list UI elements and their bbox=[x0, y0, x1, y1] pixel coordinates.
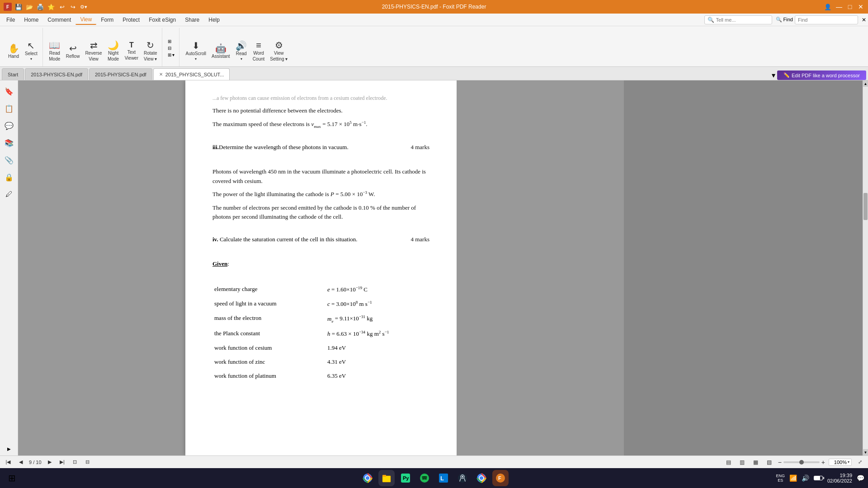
sidebar-sign[interactable]: 🖊 bbox=[2, 187, 16, 202]
night-mode-label2: Mode bbox=[108, 56, 119, 61]
start-menu-btn[interactable]: ⊞ bbox=[4, 470, 20, 486]
close-btn[interactable]: ✕ bbox=[857, 3, 864, 10]
tab-2015-solut[interactable]: ✕ 2015_PHYSICS_SOLUT... bbox=[153, 68, 230, 80]
read-btn[interactable]: 🔊 Read ▾ bbox=[233, 37, 250, 66]
assistant-btn[interactable]: 🤖 Assistant bbox=[209, 37, 232, 66]
zoom-minus[interactable]: − bbox=[778, 459, 782, 466]
task-spotify[interactable] bbox=[416, 470, 433, 486]
next-page-btn[interactable]: ▶ bbox=[45, 458, 54, 467]
menu-home[interactable]: Home bbox=[19, 15, 43, 24]
rotate-view-btn[interactable]: ↻ Rotate View ▾ bbox=[142, 37, 159, 66]
right-scrollbar[interactable]: ▲ ▼ bbox=[863, 80, 868, 455]
undo-btn[interactable]: ↩ bbox=[58, 3, 66, 11]
user-icon[interactable]: 👤 bbox=[824, 3, 832, 11]
task-pycharm[interactable]: Py bbox=[397, 470, 414, 486]
quick-access-1[interactable]: 💾 bbox=[14, 3, 23, 11]
sidebar-layers[interactable]: 📚 bbox=[2, 136, 16, 150]
task-foxit[interactable]: F bbox=[492, 470, 509, 486]
menu-comment[interactable]: Comment bbox=[43, 15, 75, 24]
reverse-view-label2: View bbox=[89, 56, 99, 61]
find-close[interactable]: ✕ bbox=[862, 17, 866, 23]
task-chrome2[interactable] bbox=[473, 470, 490, 486]
menu-file[interactable]: File bbox=[2, 15, 19, 24]
night-mode-btn[interactable]: 🌙 Night Mode bbox=[105, 37, 122, 66]
task-lynx[interactable]: L bbox=[435, 470, 452, 486]
quick-access-2[interactable]: 📂 bbox=[25, 3, 33, 11]
menu-protect[interactable]: Protect bbox=[118, 15, 144, 24]
hand-btn[interactable]: ✋ Hand bbox=[5, 37, 22, 66]
find-input[interactable] bbox=[798, 17, 852, 23]
minimize-btn[interactable]: — bbox=[835, 3, 843, 10]
task-chrome1[interactable] bbox=[359, 470, 376, 486]
zoom-slider[interactable] bbox=[783, 461, 820, 463]
read-icon: 🔊 bbox=[236, 41, 247, 50]
menu-share[interactable]: Share bbox=[180, 15, 204, 24]
tab-2013-physics[interactable]: 2013-PHYSICS-EN.pdf bbox=[25, 68, 88, 80]
fullscreen-btn[interactable]: ⤢ bbox=[855, 458, 864, 467]
reflow-label: Reflow bbox=[66, 54, 80, 59]
menu-form[interactable]: Form bbox=[96, 15, 118, 24]
last-page-btn[interactable]: ▶| bbox=[58, 458, 67, 467]
quick-access-3[interactable]: 🖨️ bbox=[36, 3, 44, 11]
sidebar-bookmark[interactable]: 🔖 bbox=[2, 84, 16, 99]
status-bar: |◀ ◀ 9 / 10 ▶ ▶| ⊡ ⊟ ▤ ▥ ▦ ▧ − + ▾ ⤢ bbox=[0, 455, 868, 468]
svg-point-13 bbox=[462, 476, 463, 478]
zoom-input-group[interactable]: ▾ bbox=[829, 459, 852, 466]
tab-scroll-right[interactable]: ▾ bbox=[772, 71, 775, 80]
task-explorer[interactable] bbox=[378, 470, 395, 486]
edit-pdf-btn[interactable]: ✏️ Edit PDF like a word processor bbox=[777, 70, 866, 80]
scroll-up[interactable]: ▲ bbox=[863, 80, 868, 87]
fit-width-btn[interactable]: ⊟ bbox=[83, 458, 92, 467]
find-bar[interactable] bbox=[795, 15, 858, 24]
sidebar-comment[interactable]: 💬 bbox=[2, 118, 16, 133]
tell-me-bar[interactable]: 🔍 bbox=[704, 15, 772, 24]
zoom-thumb[interactable] bbox=[799, 460, 804, 465]
read-mode-btn[interactable]: 📖 Read Mode bbox=[47, 37, 63, 66]
task-steam[interactable] bbox=[454, 470, 471, 486]
sidebar-pages[interactable]: 📋 bbox=[2, 101, 16, 116]
settings-icon[interactable]: ⚙▾ bbox=[80, 3, 88, 11]
menu-help[interactable]: Help bbox=[204, 15, 224, 24]
prev-page-btn[interactable]: ◀ bbox=[16, 458, 25, 467]
maximize-btn[interactable]: □ bbox=[846, 3, 854, 10]
tab-close-icon[interactable]: ✕ bbox=[159, 72, 163, 77]
redo-btn[interactable]: ↪ bbox=[69, 3, 77, 11]
quick-access-4[interactable]: ⭐ bbox=[47, 3, 55, 11]
datetime[interactable]: 19:39 02/06/2022 bbox=[827, 473, 852, 483]
grid-btn-2[interactable]: ⊟ bbox=[166, 45, 176, 51]
continuous-view[interactable]: ▦ bbox=[751, 457, 761, 467]
grid-btn-3[interactable]: ⊞▾ bbox=[166, 52, 176, 58]
reverse-view-btn[interactable]: ⇄ Reverse View bbox=[83, 37, 104, 66]
scroll-thumb[interactable] bbox=[863, 193, 868, 220]
sidebar-expand[interactable]: ▶ bbox=[6, 446, 12, 452]
tell-me-input[interactable] bbox=[716, 17, 766, 23]
sidebar-attachments[interactable]: 📎 bbox=[2, 153, 16, 167]
tab-2015-physics[interactable]: 2015-PHYSICS-EN.pdf bbox=[89, 68, 152, 80]
volume-icon[interactable]: 🔊 bbox=[802, 474, 809, 482]
select-btn[interactable]: ↖ Select ▾ bbox=[23, 37, 40, 66]
wifi-icon[interactable]: 📶 bbox=[789, 474, 797, 482]
pdf-content[interactable]: ...a few photons can cause emission of e… bbox=[185, 80, 457, 455]
left-gray-area bbox=[18, 80, 185, 455]
first-page-btn[interactable]: |◀ bbox=[4, 458, 13, 467]
notification-btn[interactable]: 💬 bbox=[857, 474, 864, 482]
tab-start[interactable]: Start bbox=[2, 68, 24, 80]
facing-view[interactable]: ▧ bbox=[764, 457, 774, 467]
zoom-plus[interactable]: + bbox=[821, 459, 825, 466]
zoom-dropdown[interactable]: ▾ bbox=[848, 460, 849, 464]
autoscroll-btn[interactable]: ⬇ AutoScroll ▾ bbox=[183, 37, 208, 66]
menu-foxit-esign[interactable]: Foxit eSign bbox=[144, 15, 180, 24]
word-count-btn[interactable]: ≡ Word Count bbox=[250, 37, 267, 66]
single-page-view[interactable]: ▤ bbox=[724, 457, 734, 467]
assistant-label: Assistant bbox=[212, 54, 230, 59]
two-page-view[interactable]: ▥ bbox=[737, 457, 747, 467]
grid-btn-1[interactable]: ⊞ bbox=[166, 38, 176, 44]
scroll-down[interactable]: ▼ bbox=[863, 449, 868, 455]
menu-view[interactable]: View bbox=[75, 15, 96, 25]
reflow-btn[interactable]: ↩ Reflow bbox=[64, 37, 82, 66]
fit-page-btn[interactable]: ⊡ bbox=[71, 458, 80, 467]
sidebar-security[interactable]: 🔒 bbox=[2, 170, 16, 184]
zoom-input[interactable] bbox=[831, 460, 847, 465]
text-viewer-btn[interactable]: T Text Viewer bbox=[123, 37, 141, 66]
view-setting-btn[interactable]: ⚙ View Setting ▾ bbox=[268, 37, 290, 66]
